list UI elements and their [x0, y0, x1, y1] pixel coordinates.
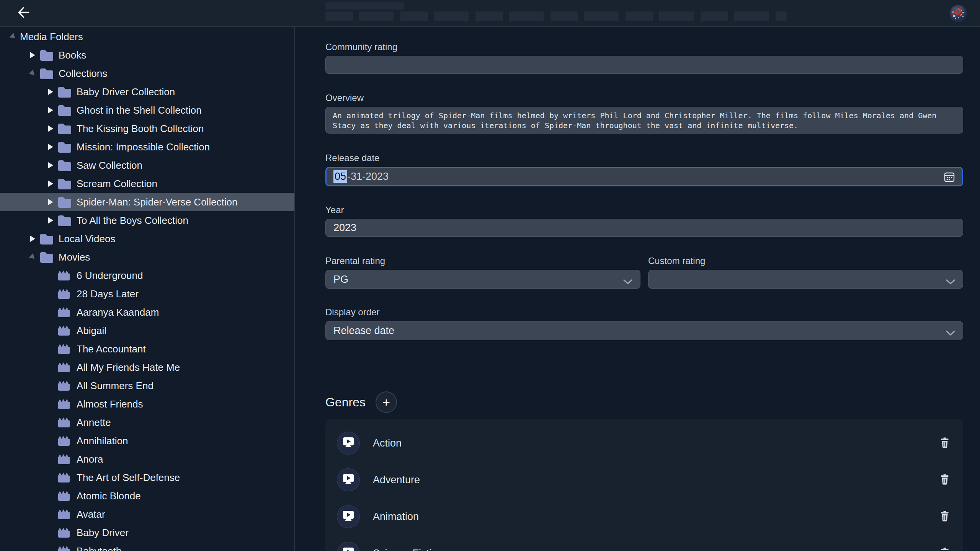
tree-item-abigail[interactable]: Abigail: [0, 321, 294, 340]
tree-item-books[interactable]: Books: [0, 46, 294, 64]
expand-arrow-icon[interactable]: [48, 199, 53, 205]
release-date-input[interactable]: 05-31-2023: [325, 167, 963, 186]
dimmed-scrolled-field-label: [325, 2, 404, 10]
tree-item-the-kissing-booth-collection[interactable]: The Kissing Booth Collection: [0, 119, 294, 138]
video-play-icon: [341, 508, 356, 525]
tree-item-label: All My Friends Hate Me: [77, 362, 180, 373]
genre-row-animation[interactable]: Animation: [325, 498, 963, 535]
delete-genre-button[interactable]: [940, 437, 949, 449]
collapse-arrow-icon[interactable]: [29, 70, 36, 78]
movie-icon: [57, 342, 72, 355]
tree-item-babyteeth[interactable]: Babyteeth: [0, 542, 294, 551]
movie-icon: [57, 361, 72, 374]
tree-item-avatar[interactable]: Avatar: [0, 505, 294, 523]
movie-icon: [57, 453, 72, 466]
tree-item-label: Scream Collection: [77, 178, 157, 190]
genre-row-science-fiction[interactable]: Science Fiction: [325, 535, 963, 551]
tree-item-6-underground[interactable]: 6 Underground: [0, 266, 294, 285]
expand-arrow-icon[interactable]: [30, 236, 35, 242]
display-order-label: Display order: [325, 306, 963, 318]
year-input[interactable]: [325, 219, 963, 237]
expand-arrow-icon[interactable]: [30, 52, 35, 58]
tree-item-collections[interactable]: Collections: [0, 64, 294, 83]
plus-icon: +: [382, 396, 390, 409]
date-rest-segment[interactable]: -31-2023: [347, 171, 389, 183]
tree-item-atomic-blonde[interactable]: Atomic Blonde: [0, 487, 294, 505]
tree-item-label: Ghost in the Shell Collection: [77, 104, 202, 116]
expand-arrow-icon[interactable]: [48, 181, 53, 187]
tree-item-aaranya-kaandam[interactable]: Aaranya Kaandam: [0, 303, 294, 321]
movie-icon: [57, 287, 72, 300]
movie-icon: [57, 471, 72, 484]
tree-item-mission-impossible-collection[interactable]: Mission: Impossible Collection: [0, 138, 294, 156]
parental-rating-select[interactable]: PG: [325, 270, 640, 289]
tree-item-movies[interactable]: Movies: [0, 248, 294, 266]
tree-item-the-art-of-self-defense[interactable]: The Art of Self-Defense: [0, 468, 294, 487]
tree-item-28-days-later[interactable]: 28 Days Later: [0, 285, 294, 303]
tree-item-scream-collection[interactable]: Scream Collection: [0, 174, 294, 193]
expand-arrow-icon[interactable]: [48, 144, 53, 150]
date-month-segment[interactable]: 05: [333, 170, 347, 183]
tree-item-annette[interactable]: Annette: [0, 413, 294, 432]
tree-item-spider-man-spider-verse-collection[interactable]: Spider-Man: Spider-Verse Collection: [0, 193, 294, 211]
tree-item-label: Baby Driver Collection: [77, 86, 175, 98]
movie-icon: [57, 434, 72, 447]
trash-icon: [940, 474, 949, 486]
tree-item-the-accountant[interactable]: The Accountant: [0, 340, 294, 358]
tree-item-saw-collection[interactable]: Saw Collection: [0, 156, 294, 174]
folder-icon: [39, 251, 54, 264]
movie-icon: [57, 379, 72, 392]
release-date-label: Release date: [325, 152, 963, 164]
tree-item-label: Babyteeth: [77, 545, 121, 551]
genre-row-adventure[interactable]: Adventure: [325, 461, 963, 498]
tree-item-baby-driver-collection[interactable]: Baby Driver Collection: [0, 83, 294, 101]
tree-item-label: Movies: [59, 251, 90, 263]
genre-row-action[interactable]: Action: [325, 425, 963, 461]
tree-item-label: Books: [59, 49, 86, 61]
display-order-select[interactable]: Release date: [325, 321, 963, 340]
tree-item-ghost-in-the-shell-collection[interactable]: Ghost in the Shell Collection: [0, 101, 294, 119]
user-avatar[interactable]: [950, 5, 967, 22]
custom-rating-select[interactable]: [648, 270, 963, 289]
ratings-row: Parental rating PG Custom rating: [325, 255, 963, 289]
genre-label: Action: [373, 437, 402, 449]
expand-arrow-icon[interactable]: [48, 162, 53, 168]
chevron-down-icon: [622, 276, 633, 288]
collapse-arrow-icon[interactable]: [9, 33, 17, 41]
expand-arrow-icon[interactable]: [48, 217, 53, 223]
tree-item-anora[interactable]: Anora: [0, 450, 294, 468]
tree-item-all-summers-end[interactable]: All Summers End: [0, 377, 294, 395]
tree-item-baby-driver[interactable]: Baby Driver: [0, 523, 294, 542]
delete-genre-button[interactable]: [940, 474, 949, 486]
folder-icon: [57, 159, 72, 172]
folder-icon: [57, 85, 72, 98]
tree-item-media-folders[interactable]: Media Folders: [0, 28, 294, 46]
app-header: [0, 0, 980, 27]
tree-item-local-videos[interactable]: Local Videos: [0, 230, 294, 248]
movie-icon: [57, 508, 72, 521]
tree-item-all-my-friends-hate-me[interactable]: All My Friends Hate Me: [0, 358, 294, 377]
folder-icon: [39, 67, 54, 80]
chevron-down-icon: [945, 276, 956, 288]
genres-header: Genres +: [325, 391, 963, 413]
back-button[interactable]: [15, 5, 32, 22]
movie-icon: [57, 324, 72, 337]
calendar-icon[interactable]: [943, 171, 956, 186]
overview-textarea[interactable]: An animated trilogy of Spider-Man films …: [325, 107, 963, 134]
community-rating-input[interactable]: [325, 56, 963, 74]
expand-arrow-icon[interactable]: [48, 89, 53, 95]
add-genre-button[interactable]: +: [376, 391, 397, 413]
tree-item-label: To All the Boys Collection: [77, 215, 188, 227]
tree-item-to-all-the-boys-collection[interactable]: To All the Boys Collection: [0, 211, 294, 230]
tree-item-annihilation[interactable]: Annihilation: [0, 432, 294, 450]
collapse-arrow-icon[interactable]: [29, 253, 36, 261]
expand-arrow-icon[interactable]: [48, 126, 53, 132]
delete-genre-button[interactable]: [940, 548, 949, 551]
parental-rating-label: Parental rating: [325, 255, 640, 267]
tree-item-label: The Art of Self-Defense: [77, 472, 180, 484]
expand-arrow-icon[interactable]: [48, 107, 53, 113]
genre-avatar: [337, 432, 360, 455]
delete-genre-button[interactable]: [940, 511, 949, 523]
tree-item-label: The Kissing Booth Collection: [77, 123, 204, 135]
tree-item-almost-friends[interactable]: Almost Friends: [0, 395, 294, 413]
